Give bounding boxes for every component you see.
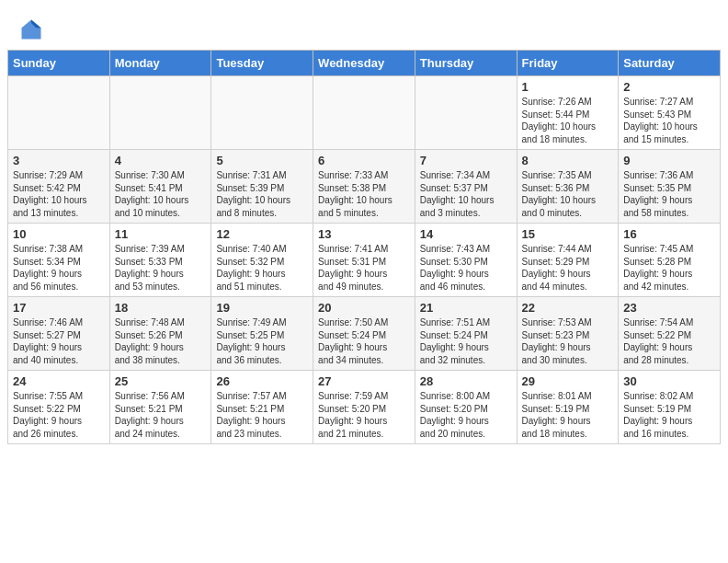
week-row-1: 1Sunrise: 7:26 AM Sunset: 5:44 PM Daylig… [8, 76, 721, 150]
day-info: Sunrise: 7:29 AM Sunset: 5:42 PM Dayligh… [13, 169, 105, 219]
calendar-cell: 10Sunrise: 7:38 AM Sunset: 5:34 PM Dayli… [8, 224, 110, 297]
day-info: Sunrise: 8:00 AM Sunset: 5:20 PM Dayligh… [420, 390, 512, 440]
day-number: 3 [13, 154, 105, 167]
day-info: Sunrise: 7:43 AM Sunset: 5:30 PM Dayligh… [420, 243, 512, 293]
day-info: Sunrise: 7:41 AM Sunset: 5:31 PM Dayligh… [318, 243, 410, 293]
day-number: 28 [420, 374, 512, 388]
calendar-cell: 18Sunrise: 7:48 AM Sunset: 5:26 PM Dayli… [109, 297, 211, 371]
calendar-cell: 23Sunrise: 7:54 AM Sunset: 5:22 PM Dayli… [619, 297, 721, 371]
week-row-4: 17Sunrise: 7:46 AM Sunset: 5:27 PM Dayli… [8, 297, 721, 371]
day-number: 27 [318, 374, 410, 388]
calendar-cell: 3Sunrise: 7:29 AM Sunset: 5:42 PM Daylig… [8, 150, 110, 224]
day-info: Sunrise: 7:36 AM Sunset: 5:35 PM Dayligh… [623, 169, 715, 219]
calendar-cell: 20Sunrise: 7:50 AM Sunset: 5:24 PM Dayli… [313, 297, 415, 371]
day-number: 2 [623, 80, 715, 94]
logo-icon [18, 17, 44, 42]
calendar-cell: 25Sunrise: 7:56 AM Sunset: 5:21 PM Dayli… [109, 371, 211, 444]
calendar-cell: 9Sunrise: 7:36 AM Sunset: 5:35 PM Daylig… [619, 150, 721, 224]
calendar-table: SundayMondayTuesdayWednesdayThursdayFrid… [7, 50, 721, 444]
day-number: 1 [522, 80, 614, 94]
day-info: Sunrise: 7:54 AM Sunset: 5:22 PM Dayligh… [623, 316, 715, 366]
calendar-cell: 2Sunrise: 7:27 AM Sunset: 5:43 PM Daylig… [619, 76, 721, 150]
calendar-cell: 8Sunrise: 7:35 AM Sunset: 5:36 PM Daylig… [517, 150, 619, 224]
day-number: 30 [623, 374, 715, 388]
logo [18, 17, 48, 42]
day-number: 13 [318, 227, 410, 241]
day-number: 26 [216, 374, 308, 388]
calendar-cell: 22Sunrise: 7:53 AM Sunset: 5:23 PM Dayli… [517, 297, 619, 371]
day-info: Sunrise: 7:30 AM Sunset: 5:41 PM Dayligh… [115, 169, 207, 219]
day-info: Sunrise: 7:50 AM Sunset: 5:24 PM Dayligh… [318, 316, 410, 366]
calendar-cell: 5Sunrise: 7:31 AM Sunset: 5:39 PM Daylig… [211, 150, 313, 224]
day-number: 15 [522, 227, 614, 241]
day-info: Sunrise: 7:53 AM Sunset: 5:23 PM Dayligh… [522, 316, 614, 366]
week-row-2: 3Sunrise: 7:29 AM Sunset: 5:42 PM Daylig… [8, 150, 721, 224]
calendar-cell: 27Sunrise: 7:59 AM Sunset: 5:20 PM Dayli… [313, 371, 415, 444]
day-number: 8 [522, 154, 614, 167]
calendar-cell: 21Sunrise: 7:51 AM Sunset: 5:24 PM Dayli… [415, 297, 517, 371]
day-number: 23 [623, 301, 715, 315]
calendar-cell [313, 76, 415, 150]
day-number: 29 [522, 374, 614, 388]
page-header [0, 0, 728, 50]
day-info: Sunrise: 7:49 AM Sunset: 5:25 PM Dayligh… [216, 316, 308, 366]
day-info: Sunrise: 7:48 AM Sunset: 5:26 PM Dayligh… [115, 316, 207, 366]
week-row-5: 24Sunrise: 7:55 AM Sunset: 5:22 PM Dayli… [8, 371, 721, 444]
calendar-cell: 28Sunrise: 8:00 AM Sunset: 5:20 PM Dayli… [415, 371, 517, 444]
calendar-cell [211, 76, 313, 150]
calendar-cell: 12Sunrise: 7:40 AM Sunset: 5:32 PM Dayli… [211, 224, 313, 297]
day-number: 11 [115, 227, 207, 241]
day-info: Sunrise: 7:34 AM Sunset: 5:37 PM Dayligh… [420, 169, 512, 219]
day-number: 21 [420, 301, 512, 315]
weekday-tuesday: Tuesday [211, 51, 313, 76]
day-info: Sunrise: 7:35 AM Sunset: 5:36 PM Dayligh… [522, 169, 614, 219]
day-info: Sunrise: 7:33 AM Sunset: 5:38 PM Dayligh… [318, 169, 410, 219]
weekday-wednesday: Wednesday [313, 51, 415, 76]
day-number: 5 [216, 154, 308, 167]
calendar-cell [109, 76, 211, 150]
calendar-cell: 30Sunrise: 8:02 AM Sunset: 5:19 PM Dayli… [619, 371, 721, 444]
calendar-cell: 6Sunrise: 7:33 AM Sunset: 5:38 PM Daylig… [313, 150, 415, 224]
calendar-cell: 26Sunrise: 7:57 AM Sunset: 5:21 PM Dayli… [211, 371, 313, 444]
day-number: 24 [13, 374, 105, 388]
calendar-cell: 17Sunrise: 7:46 AM Sunset: 5:27 PM Dayli… [8, 297, 110, 371]
weekday-friday: Friday [517, 51, 619, 76]
day-info: Sunrise: 7:51 AM Sunset: 5:24 PM Dayligh… [420, 316, 512, 366]
day-info: Sunrise: 7:31 AM Sunset: 5:39 PM Dayligh… [216, 169, 308, 219]
day-number: 17 [13, 301, 105, 315]
day-number: 9 [623, 154, 715, 167]
day-info: Sunrise: 7:56 AM Sunset: 5:21 PM Dayligh… [115, 390, 207, 440]
calendar-cell: 11Sunrise: 7:39 AM Sunset: 5:33 PM Dayli… [109, 224, 211, 297]
calendar-cell: 19Sunrise: 7:49 AM Sunset: 5:25 PM Dayli… [211, 297, 313, 371]
calendar-cell [8, 76, 110, 150]
day-info: Sunrise: 7:55 AM Sunset: 5:22 PM Dayligh… [13, 390, 105, 440]
calendar-cell: 24Sunrise: 7:55 AM Sunset: 5:22 PM Dayli… [8, 371, 110, 444]
day-number: 18 [115, 301, 207, 315]
calendar-cell: 4Sunrise: 7:30 AM Sunset: 5:41 PM Daylig… [109, 150, 211, 224]
day-number: 19 [216, 301, 308, 315]
calendar-cell: 1Sunrise: 7:26 AM Sunset: 5:44 PM Daylig… [517, 76, 619, 150]
day-number: 4 [115, 154, 207, 167]
calendar-cell: 29Sunrise: 8:01 AM Sunset: 5:19 PM Dayli… [517, 371, 619, 444]
day-info: Sunrise: 7:39 AM Sunset: 5:33 PM Dayligh… [115, 243, 207, 293]
weekday-saturday: Saturday [619, 51, 721, 76]
day-info: Sunrise: 7:44 AM Sunset: 5:29 PM Dayligh… [522, 243, 614, 293]
day-info: Sunrise: 7:45 AM Sunset: 5:28 PM Dayligh… [623, 243, 715, 293]
calendar-cell [415, 76, 517, 150]
day-info: Sunrise: 7:26 AM Sunset: 5:44 PM Dayligh… [522, 96, 614, 145]
calendar-cell: 13Sunrise: 7:41 AM Sunset: 5:31 PM Dayli… [313, 224, 415, 297]
day-number: 6 [318, 154, 410, 167]
calendar-cell: 14Sunrise: 7:43 AM Sunset: 5:30 PM Dayli… [415, 224, 517, 297]
day-number: 22 [522, 301, 614, 315]
day-info: Sunrise: 8:01 AM Sunset: 5:19 PM Dayligh… [522, 390, 614, 440]
day-number: 25 [115, 374, 207, 388]
calendar-cell: 7Sunrise: 7:34 AM Sunset: 5:37 PM Daylig… [415, 150, 517, 224]
day-info: Sunrise: 7:57 AM Sunset: 5:21 PM Dayligh… [216, 390, 308, 440]
day-info: Sunrise: 7:59 AM Sunset: 5:20 PM Dayligh… [318, 390, 410, 440]
weekday-header-row: SundayMondayTuesdayWednesdayThursdayFrid… [8, 51, 721, 76]
day-number: 7 [420, 154, 512, 167]
calendar-cell: 16Sunrise: 7:45 AM Sunset: 5:28 PM Dayli… [619, 224, 721, 297]
day-info: Sunrise: 7:27 AM Sunset: 5:43 PM Dayligh… [623, 96, 715, 145]
weekday-sunday: Sunday [8, 51, 110, 76]
week-row-3: 10Sunrise: 7:38 AM Sunset: 5:34 PM Dayli… [8, 224, 721, 297]
